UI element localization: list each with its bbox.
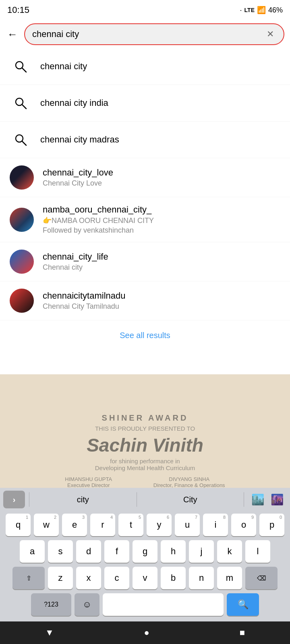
result-item-3[interactable]: chennai_city_love Chennai City Love <box>0 158 290 197</box>
avatar-4 <box>10 208 34 232</box>
kbd-expand-icon: › <box>13 495 16 504</box>
key-emoji[interactable]: ☺ <box>75 593 99 616</box>
kbd-emoji-city2[interactable]: 🌆 <box>271 493 284 506</box>
keyboard-rows: 1q 2w 3e 4r 5t 6y 7u 8i 9o 0p a s d f g … <box>0 511 290 621</box>
back-button[interactable]: ← <box>6 27 19 42</box>
kbd-row-4: ?123 ☺ 🔍 <box>2 593 288 616</box>
results-list: chennai city chennai city india chennai … <box>0 48 290 320</box>
key-c[interactable]: c <box>104 567 129 589</box>
key-symbols[interactable]: ?123 <box>31 593 71 616</box>
result-item-1[interactable]: chennai city india <box>0 85 290 122</box>
key-o[interactable]: 9o <box>231 514 256 536</box>
key-n[interactable]: n <box>189 567 214 589</box>
nav-bar: ▼ ● ■ <box>0 621 290 644</box>
key-u[interactable]: 7u <box>175 514 200 536</box>
search-icon-0 <box>10 56 31 77</box>
result-item-6[interactable]: chennaicitytamilnadu Chennai City Tamiln… <box>0 281 290 320</box>
key-t[interactable]: 5t <box>118 514 143 536</box>
result-texts-5: chennai_city_life Chennai city <box>43 252 108 272</box>
cert-signers: HIMANSHU GUPTA Executive Director DIVYAN… <box>44 476 246 488</box>
result-item-2[interactable]: chennai city madras <box>0 122 290 158</box>
key-q[interactable]: 1q <box>6 514 31 536</box>
kbd-row-3: ⇧ z x c v b n m ⌫ <box>2 567 288 589</box>
key-p[interactable]: 0p <box>259 514 284 536</box>
key-i[interactable]: 8i <box>203 514 228 536</box>
nav-home-button[interactable]: ● <box>144 627 149 638</box>
keyboard: › city City 🏙️ 🌆 1q 2w 3e 4r 5t 6y 7u 8i… <box>0 488 290 621</box>
key-x[interactable]: x <box>76 567 101 589</box>
search-clear-button[interactable]: ✕ <box>264 28 276 40</box>
battery-icon: 46% <box>268 6 283 14</box>
search-icon-2 <box>10 129 31 151</box>
svg-line-3 <box>22 105 26 109</box>
result-texts-3: chennai_city_love Chennai City Love <box>43 167 113 188</box>
result-texts-1: chennai city india <box>40 98 108 108</box>
svg-line-5 <box>22 141 26 145</box>
result-texts-4: namba_ooru_chennai_city_ 👉NAMBA OORU CHE… <box>43 204 154 235</box>
nav-back-button[interactable]: ▼ <box>45 627 54 638</box>
key-v[interactable]: v <box>133 567 157 589</box>
sugg-divider-2 <box>244 492 244 507</box>
kbd-suggestion-0[interactable]: city <box>33 495 133 504</box>
kbd-emoji-city1[interactable]: 🏙️ <box>251 493 264 506</box>
cert-for: for shining performance in <box>44 458 246 464</box>
key-r[interactable]: 4r <box>90 514 115 536</box>
cert-title: SHINER AWARD <box>44 413 246 423</box>
result-main-4: namba_ooru_chennai_city_ <box>43 204 154 215</box>
keyboard-suggestions-row: › city City 🏙️ 🌆 <box>0 488 290 511</box>
search-input-text: chennai city <box>32 29 264 39</box>
key-backspace[interactable]: ⌫ <box>245 567 278 589</box>
key-shift[interactable]: ⇧ <box>12 567 45 589</box>
cert-name: Sachin Vinith <box>44 434 246 456</box>
key-s[interactable]: s <box>48 540 73 563</box>
key-f[interactable]: f <box>104 540 129 563</box>
search-bar-row: ← chennai city ✕ <box>0 20 290 48</box>
certificate-content: SHINER AWARD THIS IS PROUDLY PRESENTED T… <box>44 413 246 488</box>
cert-subtitle: THIS IS PROUDLY PRESENTED TO <box>44 425 246 432</box>
cert-signer1-name: HIMANSHU GUPTA <box>65 476 112 482</box>
cert-signer2-role: Director, Finance & Operations <box>153 482 225 488</box>
kbd-expand-button[interactable]: › <box>3 491 25 508</box>
signal-icon: · <box>240 6 242 14</box>
result-sub-3: Chennai City Love <box>43 179 113 188</box>
avatar-3 <box>10 165 34 190</box>
result-item-0[interactable]: chennai city <box>0 48 290 85</box>
result-sub-4: 👉NAMBA OORU CHENNAI CITY <box>43 216 154 225</box>
cert-signer1: HIMANSHU GUPTA Executive Director <box>65 476 112 488</box>
kbd-suggestion-1[interactable]: City <box>141 495 240 504</box>
search-input-wrapper[interactable]: chennai city ✕ <box>24 23 284 45</box>
sugg-divider-1 <box>137 492 137 507</box>
key-g[interactable]: g <box>133 540 157 563</box>
key-a[interactable]: a <box>20 540 45 563</box>
result-sub-5: Chennai city <box>43 263 108 272</box>
result-texts-0: chennai city <box>40 61 87 72</box>
key-j[interactable]: j <box>189 540 214 563</box>
cert-signer2-name: DIVYANG SINHA <box>153 476 225 482</box>
key-l[interactable]: l <box>245 540 270 563</box>
key-m[interactable]: m <box>217 567 242 589</box>
key-h[interactable]: h <box>161 540 186 563</box>
back-arrow-icon: ← <box>7 28 18 40</box>
result-item-4[interactable]: namba_ooru_chennai_city_ 👉NAMBA OORU CHE… <box>0 197 290 242</box>
avatar-5 <box>10 250 34 274</box>
key-b[interactable]: b <box>161 567 186 589</box>
avatar-6 <box>10 289 34 313</box>
result-main-2: chennai city madras <box>40 134 119 145</box>
key-z[interactable]: z <box>48 567 73 589</box>
key-w[interactable]: 2w <box>34 514 59 536</box>
see-all-results[interactable]: See all results <box>0 320 290 351</box>
result-item-5[interactable]: chennai_city_life Chennai city <box>0 242 290 281</box>
result-texts-6: chennaicitytamilnadu Chennai City Tamiln… <box>43 291 125 311</box>
key-e[interactable]: 3e <box>62 514 87 536</box>
result-texts-2: chennai city madras <box>40 134 119 145</box>
key-y[interactable]: 6y <box>147 514 172 536</box>
wifi-icon: 📶 <box>257 6 266 14</box>
nav-recent-button[interactable]: ■ <box>240 627 245 638</box>
key-space[interactable] <box>103 593 224 616</box>
key-k[interactable]: k <box>217 540 242 563</box>
key-search[interactable]: 🔍 <box>227 593 259 616</box>
result-extra-4: Followed by venkatshinchan <box>43 226 154 235</box>
result-main-6: chennaicitytamilnadu <box>43 291 125 301</box>
key-d[interactable]: d <box>76 540 101 563</box>
cert-subject: Developing Mental Health Curriculum <box>44 464 246 471</box>
